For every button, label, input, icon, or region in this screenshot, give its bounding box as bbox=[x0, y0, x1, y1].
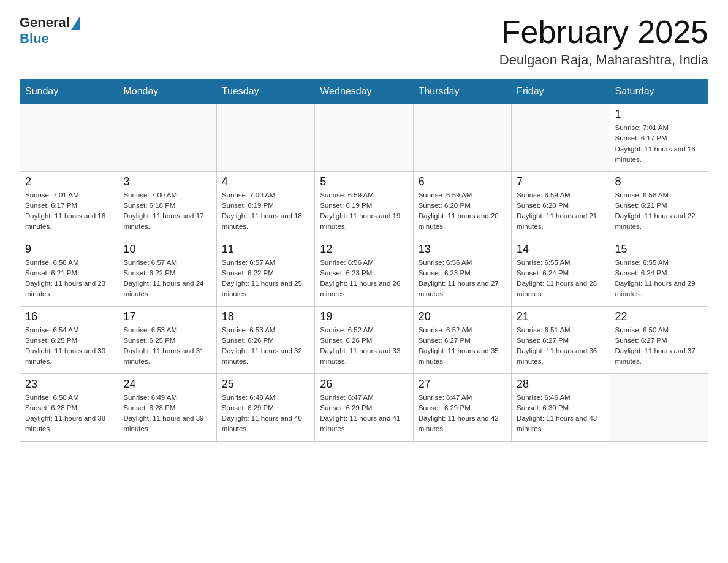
calendar-week-row: 16Sunrise: 6:54 AM Sunset: 6:25 PM Dayli… bbox=[20, 306, 708, 373]
calendar-cell: 15Sunrise: 6:55 AM Sunset: 6:24 PM Dayli… bbox=[610, 239, 708, 306]
day-info: Sunrise: 6:59 AM Sunset: 6:20 PM Dayligh… bbox=[517, 190, 604, 232]
calendar-header-row: SundayMondayTuesdayWednesdayThursdayFrid… bbox=[20, 80, 708, 104]
calendar-cell: 18Sunrise: 6:53 AM Sunset: 6:26 PM Dayli… bbox=[216, 306, 314, 373]
day-info: Sunrise: 6:57 AM Sunset: 6:22 PM Dayligh… bbox=[123, 258, 211, 300]
calendar-cell: 12Sunrise: 6:56 AM Sunset: 6:23 PM Dayli… bbox=[315, 239, 413, 306]
day-info: Sunrise: 6:54 AM Sunset: 6:25 PM Dayligh… bbox=[25, 325, 113, 367]
day-info: Sunrise: 6:52 AM Sunset: 6:27 PM Dayligh… bbox=[419, 325, 506, 367]
calendar-cell: 10Sunrise: 6:57 AM Sunset: 6:22 PM Dayli… bbox=[118, 239, 216, 306]
day-info: Sunrise: 6:50 AM Sunset: 6:28 PM Dayligh… bbox=[25, 393, 113, 435]
day-info: Sunrise: 6:49 AM Sunset: 6:28 PM Dayligh… bbox=[123, 393, 211, 435]
day-number: 11 bbox=[222, 243, 309, 256]
day-number: 1 bbox=[615, 108, 703, 121]
day-number: 24 bbox=[123, 378, 211, 391]
calendar-cell: 8Sunrise: 6:58 AM Sunset: 6:21 PM Daylig… bbox=[610, 171, 708, 239]
logo-blue-text: Blue bbox=[20, 31, 49, 47]
calendar-cell: 16Sunrise: 6:54 AM Sunset: 6:25 PM Dayli… bbox=[20, 306, 118, 373]
day-info: Sunrise: 6:47 AM Sunset: 6:29 PM Dayligh… bbox=[419, 393, 506, 435]
col-header-monday: Monday bbox=[118, 80, 216, 104]
day-info: Sunrise: 6:59 AM Sunset: 6:19 PM Dayligh… bbox=[320, 190, 408, 232]
day-number: 26 bbox=[320, 378, 408, 391]
calendar-cell: 13Sunrise: 6:56 AM Sunset: 6:23 PM Dayli… bbox=[413, 239, 511, 306]
calendar-cell: 20Sunrise: 6:52 AM Sunset: 6:27 PM Dayli… bbox=[413, 306, 511, 373]
col-header-friday: Friday bbox=[512, 80, 610, 104]
day-number: 10 bbox=[123, 243, 211, 256]
day-number: 22 bbox=[615, 310, 703, 323]
col-header-sunday: Sunday bbox=[20, 80, 118, 104]
calendar-week-row: 9Sunrise: 6:58 AM Sunset: 6:21 PM Daylig… bbox=[20, 239, 708, 306]
day-number: 3 bbox=[123, 175, 211, 188]
logo-general-text: General bbox=[20, 15, 70, 31]
calendar-cell: 5Sunrise: 6:59 AM Sunset: 6:19 PM Daylig… bbox=[315, 171, 413, 239]
day-info: Sunrise: 7:01 AM Sunset: 6:17 PM Dayligh… bbox=[25, 190, 113, 232]
day-number: 20 bbox=[419, 310, 506, 323]
calendar-cell: 4Sunrise: 7:00 AM Sunset: 6:19 PM Daylig… bbox=[216, 171, 314, 239]
calendar-cell: 19Sunrise: 6:52 AM Sunset: 6:26 PM Dayli… bbox=[315, 306, 413, 373]
col-header-wednesday: Wednesday bbox=[315, 80, 413, 104]
calendar-cell: 28Sunrise: 6:46 AM Sunset: 6:30 PM Dayli… bbox=[512, 373, 610, 441]
day-number: 15 bbox=[615, 243, 703, 256]
calendar-cell bbox=[315, 104, 413, 171]
calendar-cell: 24Sunrise: 6:49 AM Sunset: 6:28 PM Dayli… bbox=[118, 373, 216, 441]
day-number: 4 bbox=[222, 175, 309, 188]
calendar-cell: 17Sunrise: 6:53 AM Sunset: 6:25 PM Dayli… bbox=[118, 306, 216, 373]
day-number: 9 bbox=[25, 243, 113, 256]
day-info: Sunrise: 6:57 AM Sunset: 6:22 PM Dayligh… bbox=[222, 258, 309, 300]
day-number: 21 bbox=[517, 310, 604, 323]
col-header-thursday: Thursday bbox=[413, 80, 511, 104]
day-number: 12 bbox=[320, 243, 408, 256]
col-header-saturday: Saturday bbox=[610, 80, 708, 104]
calendar-week-row: 1Sunrise: 7:01 AM Sunset: 6:17 PM Daylig… bbox=[20, 104, 708, 171]
day-info: Sunrise: 6:48 AM Sunset: 6:29 PM Dayligh… bbox=[222, 393, 309, 435]
calendar-cell: 9Sunrise: 6:58 AM Sunset: 6:21 PM Daylig… bbox=[20, 239, 118, 306]
day-number: 19 bbox=[320, 310, 408, 323]
day-number: 18 bbox=[222, 310, 309, 323]
col-header-tuesday: Tuesday bbox=[216, 80, 314, 104]
calendar-cell: 1Sunrise: 7:01 AM Sunset: 6:17 PM Daylig… bbox=[610, 104, 708, 171]
day-number: 25 bbox=[222, 378, 309, 391]
day-number: 27 bbox=[419, 378, 506, 391]
day-info: Sunrise: 6:58 AM Sunset: 6:21 PM Dayligh… bbox=[25, 258, 113, 300]
calendar-week-row: 2Sunrise: 7:01 AM Sunset: 6:17 PM Daylig… bbox=[20, 171, 708, 239]
calendar-week-row: 23Sunrise: 6:50 AM Sunset: 6:28 PM Dayli… bbox=[20, 373, 708, 441]
day-number: 6 bbox=[419, 175, 506, 188]
day-info: Sunrise: 6:53 AM Sunset: 6:25 PM Dayligh… bbox=[123, 325, 211, 367]
day-number: 23 bbox=[25, 378, 113, 391]
day-number: 8 bbox=[615, 175, 703, 188]
day-info: Sunrise: 6:55 AM Sunset: 6:24 PM Dayligh… bbox=[517, 258, 604, 300]
calendar-cell: 25Sunrise: 6:48 AM Sunset: 6:29 PM Dayli… bbox=[216, 373, 314, 441]
day-number: 13 bbox=[419, 243, 506, 256]
day-info: Sunrise: 6:55 AM Sunset: 6:24 PM Dayligh… bbox=[615, 258, 703, 300]
day-info: Sunrise: 6:56 AM Sunset: 6:23 PM Dayligh… bbox=[320, 258, 408, 300]
page-header: General Blue February 2025 Deulgaon Raja… bbox=[20, 15, 708, 68]
day-info: Sunrise: 7:00 AM Sunset: 6:18 PM Dayligh… bbox=[123, 190, 211, 232]
calendar-cell bbox=[216, 104, 314, 171]
calendar-cell: 27Sunrise: 6:47 AM Sunset: 6:29 PM Dayli… bbox=[413, 373, 511, 441]
calendar-cell bbox=[118, 104, 216, 171]
calendar-cell: 26Sunrise: 6:47 AM Sunset: 6:29 PM Dayli… bbox=[315, 373, 413, 441]
day-number: 16 bbox=[25, 310, 113, 323]
calendar-cell: 21Sunrise: 6:51 AM Sunset: 6:27 PM Dayli… bbox=[512, 306, 610, 373]
calendar-cell bbox=[610, 373, 708, 441]
calendar-cell: 23Sunrise: 6:50 AM Sunset: 6:28 PM Dayli… bbox=[20, 373, 118, 441]
day-number: 14 bbox=[517, 243, 604, 256]
logo: General Blue bbox=[20, 15, 80, 47]
day-number: 17 bbox=[123, 310, 211, 323]
day-number: 2 bbox=[25, 175, 113, 188]
day-info: Sunrise: 7:00 AM Sunset: 6:19 PM Dayligh… bbox=[222, 190, 309, 232]
calendar-cell: 6Sunrise: 6:59 AM Sunset: 6:20 PM Daylig… bbox=[413, 171, 511, 239]
day-info: Sunrise: 6:50 AM Sunset: 6:27 PM Dayligh… bbox=[615, 325, 703, 367]
logo-triangle-icon bbox=[71, 17, 80, 30]
month-title: February 2025 bbox=[499, 15, 708, 50]
calendar-cell bbox=[20, 104, 118, 171]
calendar-cell bbox=[413, 104, 511, 171]
day-info: Sunrise: 6:52 AM Sunset: 6:26 PM Dayligh… bbox=[320, 325, 408, 367]
calendar-cell: 11Sunrise: 6:57 AM Sunset: 6:22 PM Dayli… bbox=[216, 239, 314, 306]
day-number: 28 bbox=[517, 378, 604, 391]
calendar-cell: 7Sunrise: 6:59 AM Sunset: 6:20 PM Daylig… bbox=[512, 171, 610, 239]
calendar-cell bbox=[512, 104, 610, 171]
location-title: Deulgaon Raja, Maharashtra, India bbox=[499, 52, 708, 68]
day-info: Sunrise: 6:53 AM Sunset: 6:26 PM Dayligh… bbox=[222, 325, 309, 367]
title-block: February 2025 Deulgaon Raja, Maharashtra… bbox=[499, 15, 708, 68]
day-number: 5 bbox=[320, 175, 408, 188]
